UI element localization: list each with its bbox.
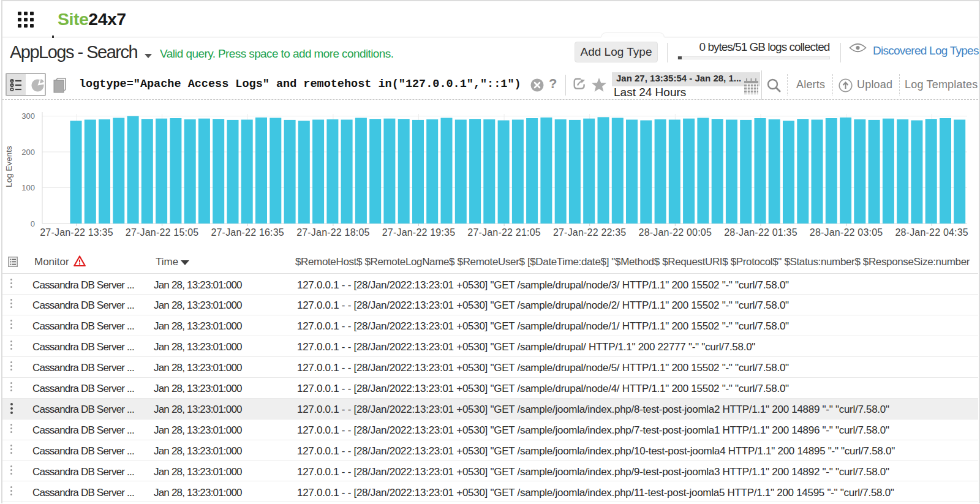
svg-text:Log Events: Log Events <box>4 146 13 187</box>
svg-text:28-Jan-22 03:05: 28-Jan-22 03:05 <box>810 227 883 238</box>
svg-text:27-Jan-22 13:35: 27-Jan-22 13:35 <box>40 227 113 238</box>
svg-text:300: 300 <box>21 111 35 121</box>
svg-text:27-Jan-22 15:05: 27-Jan-22 15:05 <box>126 227 199 238</box>
svg-text:100: 100 <box>21 183 35 192</box>
svg-text:28-Jan-22 04:35: 28-Jan-22 04:35 <box>895 227 968 238</box>
svg-text:27-Jan-22 18:05: 27-Jan-22 18:05 <box>296 227 370 238</box>
svg-text:27-Jan-22 16:35: 27-Jan-22 16:35 <box>211 227 284 238</box>
svg-text:27-Jan-22 22:35: 27-Jan-22 22:35 <box>553 227 627 238</box>
svg-text:200: 200 <box>21 148 35 157</box>
svg-text:28-Jan-22 01:35: 28-Jan-22 01:35 <box>724 227 797 238</box>
svg-text:27-Jan-22 19:35: 27-Jan-22 19:35 <box>382 227 456 238</box>
svg-text:28-Jan-22 00:05: 28-Jan-22 00:05 <box>639 227 712 238</box>
svg-text:0: 0 <box>31 219 35 228</box>
svg-text:27-Jan-22 21:05: 27-Jan-22 21:05 <box>467 227 541 238</box>
